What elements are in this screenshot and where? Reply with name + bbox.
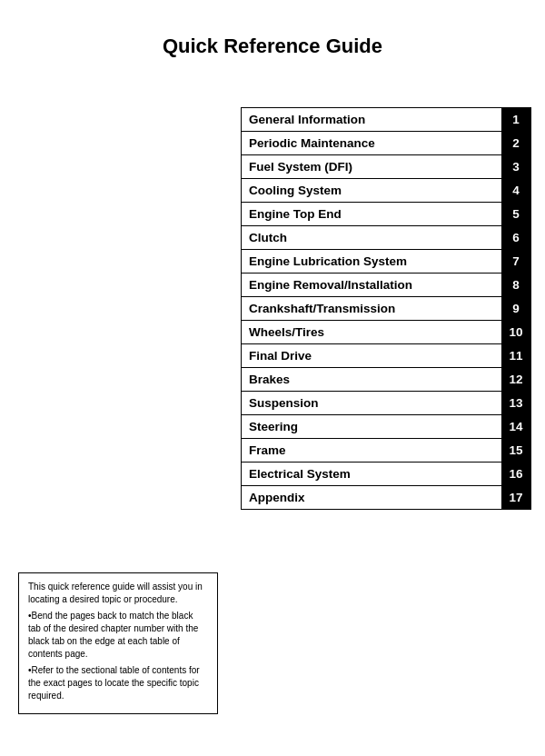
toc-label: Steering [242, 415, 501, 438]
info-line-3: •Refer to the sectional table of content… [28, 664, 208, 702]
info-line-2: •Bend the pages back to match the black … [28, 610, 208, 661]
table-of-contents: General Information1Periodic Maintenance… [241, 107, 531, 510]
toc-number: 6 [501, 226, 530, 249]
toc-row[interactable]: Brakes12 [241, 367, 531, 391]
toc-row[interactable]: Periodic Maintenance2 [241, 131, 531, 154]
page-title: Quick Reference Guide [0, 0, 545, 85]
toc-row[interactable]: Final Drive11 [241, 343, 531, 367]
toc-number: 8 [501, 274, 530, 296]
toc-row[interactable]: Fuel System (DFI)3 [241, 154, 531, 178]
toc-label: Crankshaft/Transmission [242, 297, 501, 320]
toc-label: Engine Lubrication System [242, 250, 501, 273]
toc-label: Suspension [242, 392, 501, 414]
toc-row[interactable]: Engine Lubrication System7 [241, 249, 531, 273]
toc-label: Frame [242, 439, 501, 462]
info-line-1: This quick reference guide will assist y… [28, 581, 208, 606]
toc-number: 11 [501, 344, 530, 367]
toc-number: 16 [501, 463, 530, 485]
toc-number: 15 [501, 439, 530, 462]
info-box: This quick reference guide will assist y… [18, 572, 218, 714]
toc-label: Final Drive [242, 344, 501, 367]
toc-label: Electrical System [242, 463, 501, 485]
toc-number: 3 [501, 155, 530, 178]
toc-label: Clutch [242, 226, 501, 249]
toc-row[interactable]: Cooling System4 [241, 178, 531, 202]
toc-number: 5 [501, 203, 530, 225]
toc-row[interactable]: Crankshaft/Transmission9 [241, 296, 531, 320]
toc-label: Cooling System [242, 179, 501, 202]
toc-number: 9 [501, 297, 530, 320]
toc-row[interactable]: Engine Removal/Installation8 [241, 273, 531, 296]
toc-number: 12 [501, 368, 530, 391]
toc-label: Fuel System (DFI) [242, 155, 501, 178]
toc-number: 10 [501, 321, 530, 343]
toc-label: Wheels/Tires [242, 321, 501, 343]
toc-row[interactable]: General Information1 [241, 107, 531, 131]
toc-label: General Information [242, 108, 501, 131]
toc-number: 7 [501, 250, 530, 273]
toc-row[interactable]: Appendix17 [241, 485, 531, 510]
toc-number: 14 [501, 415, 530, 438]
toc-number: 4 [501, 179, 530, 202]
toc-label: Brakes [242, 368, 501, 391]
toc-row[interactable]: Wheels/Tires10 [241, 320, 531, 343]
toc-row[interactable]: Steering14 [241, 414, 531, 438]
toc-label: Periodic Maintenance [242, 132, 501, 154]
toc-label: Appendix [242, 486, 501, 509]
toc-row[interactable]: Clutch6 [241, 225, 531, 249]
toc-number: 1 [501, 108, 530, 131]
toc-row[interactable]: Frame15 [241, 438, 531, 462]
toc-label: Engine Removal/Installation [242, 274, 501, 296]
toc-row[interactable]: Engine Top End5 [241, 202, 531, 225]
toc-number: 17 [501, 486, 530, 509]
toc-row[interactable]: Electrical System16 [241, 462, 531, 485]
toc-number: 2 [501, 132, 530, 154]
toc-number: 13 [501, 392, 530, 414]
toc-row[interactable]: Suspension13 [241, 391, 531, 414]
toc-label: Engine Top End [242, 203, 501, 225]
